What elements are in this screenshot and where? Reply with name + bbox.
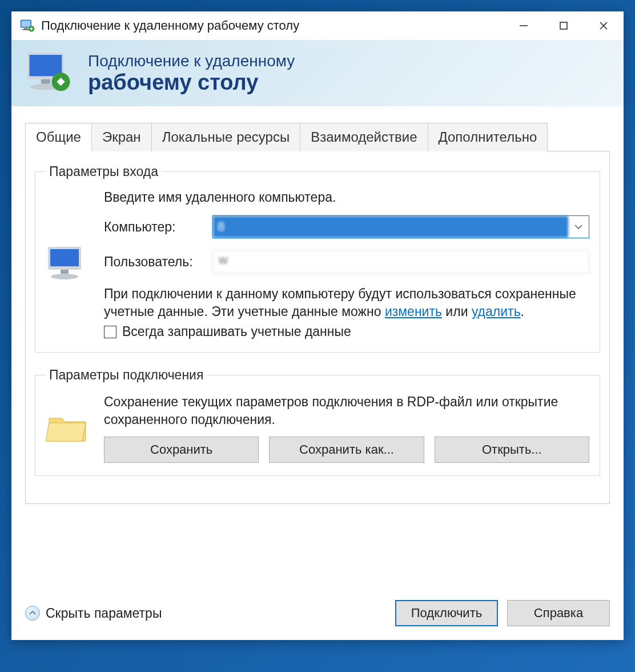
user-field[interactable]: w xyxy=(212,250,589,274)
connection-group: Параметры подключения Сохранение текущих… xyxy=(35,367,600,476)
svg-rect-3 xyxy=(22,29,29,30)
login-legend: Параметры входа xyxy=(46,164,162,179)
login-intro: Введите имя удаленного компьютера. xyxy=(104,190,589,205)
connection-legend: Параметры подключения xyxy=(46,367,207,383)
svg-rect-1 xyxy=(22,21,31,27)
banner-text: Подключение к удаленному рабочему столу xyxy=(88,52,295,95)
footer: Скрыть параметры Подключить Справка xyxy=(11,592,624,640)
content-area: Общие Экран Локальные ресурсы Взаимодейс… xyxy=(11,106,624,592)
maximize-button[interactable] xyxy=(544,11,584,40)
close-button[interactable] xyxy=(584,11,624,40)
connection-desc: Сохранение текущих параметров подключени… xyxy=(104,393,589,429)
svg-rect-11 xyxy=(41,79,50,84)
chevron-down-icon[interactable] xyxy=(568,224,589,230)
svg-rect-16 xyxy=(61,270,69,274)
tab-experience[interactable]: Взаимодействие xyxy=(300,123,428,151)
svg-rect-6 xyxy=(560,22,567,29)
always-prompt-checkbox[interactable] xyxy=(104,326,116,338)
folder-icon xyxy=(46,393,91,463)
always-prompt-label: Всегда запрашивать учетные данные xyxy=(122,324,351,339)
svg-rect-10 xyxy=(29,55,62,76)
save-button[interactable]: Сохранить xyxy=(104,437,259,463)
banner: Подключение к удаленному рабочему столу xyxy=(11,40,624,106)
minimize-button[interactable] xyxy=(504,11,544,40)
titlebar: Подключение к удаленному рабочему столу xyxy=(11,11,624,40)
tabstrip: Общие Экран Локальные ресурсы Взаимодейс… xyxy=(25,122,610,151)
computer-label: Компьютер: xyxy=(104,219,212,235)
computer-combobox[interactable]: 8 xyxy=(212,215,589,238)
hide-options-label: Скрыть параметры xyxy=(46,606,162,621)
help-button[interactable]: Справка xyxy=(507,600,610,626)
tab-panel-general: Параметры входа Введите имя удаленного к… xyxy=(25,151,610,504)
login-group: Параметры входа Введите имя удаленного к… xyxy=(35,164,600,353)
svg-rect-2 xyxy=(24,28,28,30)
computer-value: 8 xyxy=(213,216,568,238)
banner-line2: рабочему столу xyxy=(88,70,295,95)
credentials-note: При подключении к данному компьютеру буд… xyxy=(104,285,589,321)
tab-local-resources[interactable]: Локальные ресурсы xyxy=(151,123,301,151)
app-icon xyxy=(19,18,35,34)
banner-line1: Подключение к удаленному xyxy=(88,52,295,70)
link-change-credentials[interactable]: изменить xyxy=(385,304,442,319)
tab-display[interactable]: Экран xyxy=(91,123,152,151)
rdp-dialog: Подключение к удаленному рабочему столу … xyxy=(11,11,624,640)
connect-button[interactable]: Подключить xyxy=(395,600,498,626)
login-monitor-icon xyxy=(46,190,91,339)
user-label: Пользователь: xyxy=(104,254,212,270)
tab-general[interactable]: Общие xyxy=(25,123,92,151)
chevron-up-icon xyxy=(25,606,40,621)
svg-rect-15 xyxy=(50,249,79,266)
hide-options-toggle[interactable]: Скрыть параметры xyxy=(25,606,162,621)
tab-advanced[interactable]: Дополнительно xyxy=(428,123,548,151)
window-title: Подключение к удаленному рабочему столу xyxy=(41,18,504,33)
banner-monitor-icon xyxy=(24,50,75,96)
link-delete-credentials[interactable]: удалить xyxy=(472,304,521,319)
open-button[interactable]: Открыть... xyxy=(435,437,589,463)
svg-point-17 xyxy=(51,274,78,279)
save-as-button[interactable]: Сохранить как... xyxy=(269,437,424,463)
window-controls xyxy=(504,11,624,40)
